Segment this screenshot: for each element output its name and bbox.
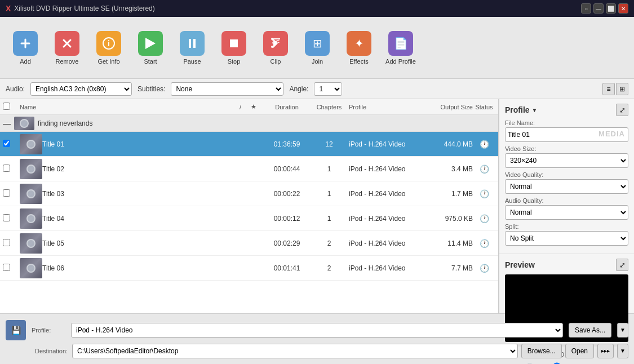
start-button[interactable]: Start	[131, 23, 170, 73]
settings-preview-button[interactable]: ⚙	[615, 360, 628, 364]
file-profile: iPod - H.264 Video	[349, 215, 422, 223]
remove-button[interactable]: Remove	[47, 23, 87, 73]
video-quality-select[interactable]: Normal	[505, 179, 628, 194]
file-duration: 00:00:12	[264, 215, 309, 223]
dest-dropdown-button[interactable]: ▼	[617, 344, 628, 358]
file-row[interactable]: Title 02 00:00:44 1 iPod - H.264 Video 3…	[0, 157, 498, 181]
row-checkbox[interactable]	[3, 214, 10, 221]
file-profile: iPod - H.264 Video	[349, 190, 422, 198]
watermark-text: MEDIA	[598, 130, 625, 138]
volume-icon[interactable]: 🔊	[522, 360, 535, 364]
file-chapters: 2	[309, 239, 349, 247]
video-size-select[interactable]: 320×240	[505, 153, 628, 168]
group-thumbnail	[14, 117, 34, 130]
profile-expand-button[interactable]: ⤢	[616, 104, 628, 116]
row-checkbox[interactable]	[3, 264, 10, 271]
file-row[interactable]: Title 01 01:36:59 12 iPod - H.264 Video …	[0, 132, 498, 157]
file-duration: 00:00:22	[264, 190, 309, 198]
preview-controls: ▶ 🔊 📷 ⚙	[505, 360, 628, 364]
view-buttons: ≡ ⊞	[602, 83, 628, 95]
pause-button[interactable]: Pause	[172, 23, 212, 73]
audio-quality-select[interactable]: Normal	[505, 205, 628, 220]
row-checkbox[interactable]	[3, 189, 10, 197]
row-checkbox[interactable]	[3, 140, 10, 147]
name-header: Name	[20, 104, 240, 110]
file-size: 11.4 MB	[422, 239, 473, 247]
subtitles-select[interactable]: None	[171, 82, 283, 96]
audio-select[interactable]: English AC3 2ch (0x80)	[30, 82, 132, 96]
group-collapse-icon[interactable]: —	[3, 119, 11, 128]
remove-icon	[55, 31, 79, 56]
titlebar-controls[interactable]: ○ — ⬜ ✕	[581, 3, 628, 14]
add-profile-button[interactable]: 📄 Add Profile	[381, 23, 420, 73]
device-icon: 💾	[6, 320, 26, 340]
destination-select[interactable]: C:\Users\SoftpediaEditor\Desktop	[72, 344, 518, 358]
file-row[interactable]: Title 04 00:00:12 1 iPod - H.264 Video 9…	[0, 206, 498, 231]
angle-select[interactable]: 1	[314, 82, 342, 96]
split-field: Split: No Split	[505, 223, 628, 246]
svg-rect-4	[230, 39, 238, 47]
play-button[interactable]: ▶	[505, 360, 518, 364]
size-header: Output Size	[422, 104, 473, 110]
row-checkbox[interactable]	[3, 239, 10, 246]
video-size-field: Video Size: 320×240	[505, 145, 628, 168]
file-row[interactable]: Title 03 00:00:22 1 iPod - H.264 Video 1…	[0, 181, 498, 206]
remove-label: Remove	[56, 58, 79, 65]
clip-button[interactable]: ✂ Clip	[256, 23, 295, 73]
effects-button[interactable]: ✦ Effects	[339, 23, 379, 73]
file-profile: iPod - H.264 Video	[349, 264, 422, 272]
file-chapters: 1	[309, 215, 349, 223]
list-view-button[interactable]: ≡	[602, 83, 615, 95]
file-status: 🕐	[473, 214, 495, 223]
browse-button[interactable]: Browse...	[521, 344, 562, 358]
screenshot-button[interactable]: 📷	[598, 360, 611, 364]
profile-title: Profile ▼	[505, 105, 537, 114]
restore-button[interactable]: ⬜	[606, 3, 616, 14]
file-thumbnail	[20, 134, 42, 154]
minimize-button[interactable]: ○	[581, 3, 591, 14]
save-as-button[interactable]: Save As...	[569, 323, 611, 338]
file-thumbnail	[20, 258, 42, 278]
svg-text:✂: ✂	[272, 37, 280, 47]
split-select[interactable]: No Split	[505, 231, 628, 246]
addprofile-icon: 📄	[388, 31, 413, 56]
row-checkbox[interactable]	[3, 165, 10, 172]
file-row[interactable]: Title 06 00:01:41 2 iPod - H.264 Video 7…	[0, 256, 498, 281]
file-status: 🕐	[473, 189, 495, 198]
maximize-button[interactable]: —	[593, 3, 604, 14]
main-content: Name / ★ Duration Chapters Profile Outpu…	[0, 99, 634, 313]
stop-label: Stop	[228, 58, 241, 65]
stop-button[interactable]: Stop	[214, 23, 254, 73]
file-row[interactable]: Title 05 00:02:29 2 iPod - H.264 Video 1…	[0, 231, 498, 256]
grid-view-button[interactable]: ⊞	[616, 83, 628, 95]
more-options-button[interactable]: ▸▸▸	[597, 344, 614, 358]
close-button[interactable]: ✕	[618, 3, 628, 14]
file-name-field: File Name: MEDIA	[505, 119, 628, 142]
profile-bar-select[interactable]: iPod - H.264 Video	[71, 323, 563, 338]
pause-label: Pause	[183, 58, 201, 65]
file-status: 🕐	[473, 264, 495, 273]
start-icon	[138, 31, 163, 56]
preview-title: Preview	[505, 260, 535, 269]
open-button[interactable]: Open	[565, 344, 594, 358]
status-header: Status	[473, 104, 495, 110]
save-as-dropdown-button[interactable]: ▼	[617, 323, 628, 338]
file-status: 🕐	[473, 140, 495, 149]
file-chapters: 12	[309, 140, 349, 148]
file-thumbnail	[20, 159, 42, 179]
group-name: finding neverlands	[38, 119, 92, 127]
preview-expand-button[interactable]: ⤢	[616, 259, 628, 271]
join-button[interactable]: ⊞ Join	[298, 23, 337, 73]
edit-header: /	[240, 104, 251, 110]
file-name: Title 06	[42, 264, 264, 272]
add-button[interactable]: Add	[6, 23, 45, 73]
addprofile-label: Add Profile	[385, 58, 416, 65]
profile-dropdown-icon: ▼	[532, 107, 538, 113]
file-size: 7.7 MB	[422, 264, 473, 272]
file-list: Name / ★ Duration Chapters Profile Outpu…	[0, 99, 499, 313]
get-info-button[interactable]: i Get Info	[89, 23, 128, 73]
select-all-checkbox[interactable]	[3, 103, 10, 110]
video-quality-field: Video Quality: Normal	[505, 171, 628, 194]
angle-label: Angle:	[289, 85, 308, 93]
destination-label: Destination:	[35, 348, 69, 354]
